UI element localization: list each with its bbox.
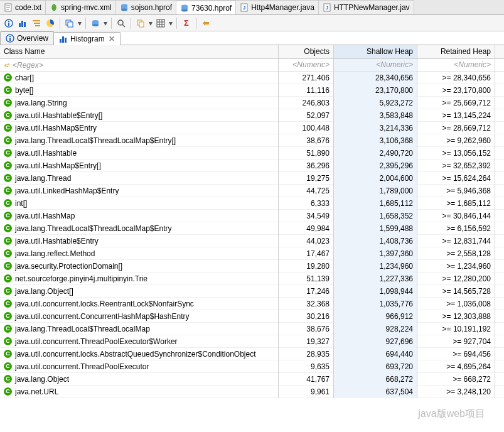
table-row[interactable]: Cjava.lang.String246,8035,923,272>= 25,6…	[0, 97, 504, 109]
table-row[interactable]: Cjava.util.concurrent.ThreadPoolExecutor…	[0, 360, 504, 373]
tab-label: Histogram	[70, 35, 105, 43]
cell-shallow: 2,004,600	[334, 172, 417, 185]
cell-objects: 36,296	[279, 159, 334, 172]
chevron-down-icon[interactable]: ▾	[148, 19, 153, 28]
table-row[interactable]: Cjava.lang.Thread19,2752,004,600>= 15,62…	[0, 172, 504, 185]
table-row[interactable]: Cjava.lang.Object41,767668,272>= 668,272	[0, 373, 504, 386]
db-icon[interactable]	[89, 17, 102, 30]
cell-objects: 52,097	[279, 109, 334, 122]
search-icon[interactable]	[115, 17, 127, 30]
cell-objects: 49,984	[279, 222, 334, 235]
nav-icon[interactable]	[200, 17, 212, 30]
cell-shallow: 1,397,360	[334, 247, 417, 260]
cell-retained: >= 14,565,728	[417, 285, 495, 298]
table-row[interactable]: Cjava.lang.ThreadLocal$ThreadLocalMap38,…	[0, 323, 504, 335]
cell-shallow: 1,227,336	[334, 273, 417, 285]
editor-tab[interactable]: JHttp4Manager.java	[236, 0, 319, 14]
svg-rect-32	[139, 22, 144, 27]
column-shallow[interactable]: Shallow Heap	[334, 45, 417, 58]
table-row[interactable]: Cjava.lang.reflect.Method17,4671,397,360…	[0, 247, 504, 260]
cell-class-name: Cjava.util.Hashtable	[0, 147, 279, 159]
cell-retained: >= 1,234,960	[417, 260, 495, 273]
cell-class-name: Cjava.security.ProtectionDomain[]	[0, 260, 279, 273]
inner-tab-overview[interactable]: Overview	[0, 31, 54, 45]
table-row[interactable]: Cjava.util.HashMap34,5491,658,352>= 30,8…	[0, 210, 504, 222]
table-row[interactable]: Cjava.util.LinkedHashMap$Entry44,7251,78…	[0, 185, 504, 197]
info-icon[interactable]	[3, 17, 15, 30]
class-name-text: int[]	[15, 199, 27, 208]
table-row[interactable]: Cjava.util.concurrent.ThreadPoolExecutor…	[0, 335, 504, 348]
regex-placeholder: <Regex>	[13, 61, 43, 70]
cell-objects: 34,549	[279, 210, 334, 222]
class-name-text: java.util.concurrent.locks.ReentrantLock…	[15, 300, 194, 308]
column-class-name[interactable]: Class Name	[0, 45, 279, 58]
class-icon: C	[4, 375, 12, 383]
cell-shallow: 3,214,336	[334, 122, 417, 134]
table-row[interactable]: Cint[]6,3331,685,112>= 1,685,112	[0, 197, 504, 210]
cell-shallow: 928,224	[334, 323, 417, 335]
table-row[interactable]: Cnet.sourceforge.pinyin4j.multipinyin.Tr…	[0, 273, 504, 285]
column-objects[interactable]: Objects	[279, 45, 334, 58]
copy-icon[interactable]	[134, 17, 147, 30]
table-row[interactable]: Cjava.util.concurrent.locks.ReentrantLoc…	[0, 298, 504, 310]
editor-tab[interactable]: sojson.hprof	[116, 0, 176, 14]
table-row[interactable]: Cjava.util.Hashtable51,8902,490,720>= 13…	[0, 147, 504, 159]
filter-row[interactable]: ➪ <Regex> <Numeric> <Numeric> <Numeric>	[0, 59, 504, 72]
editor-tab[interactable]: code.txt	[0, 0, 46, 14]
class-icon: C	[4, 300, 12, 308]
editor-tab[interactable]: 73630.hprof	[176, 0, 236, 14]
table-row[interactable]: Cjava.util.concurrent.ConcurrentHashMap$…	[0, 310, 504, 323]
chevron-down-icon[interactable]: ▾	[103, 19, 108, 28]
numeric-filter[interactable]: <Numeric>	[279, 59, 334, 71]
class-icon: C	[4, 161, 12, 170]
table-row[interactable]: Cjava.util.Hashtable$Entry[]52,0973,583,…	[0, 109, 504, 122]
numeric-filter[interactable]: <Numeric>	[417, 59, 495, 71]
table-row[interactable]: Cjava.lang.ThreadLocal$ThreadLocalMap$En…	[0, 222, 504, 235]
inner-tab-histogram[interactable]: Histogram✕	[53, 32, 121, 45]
cell-objects: 51,890	[279, 147, 334, 159]
table-row[interactable]: Cjava.net.URL9,961637,504>= 3,248,120	[0, 386, 504, 398]
numeric-filter[interactable]: <Numeric>	[334, 59, 417, 71]
table-row[interactable]: Cjava.util.HashMap$Entry[]36,2962,395,29…	[0, 159, 504, 172]
table-row[interactable]: Cbyte[]11,11623,170,800>= 23,170,800	[0, 84, 504, 97]
regex-filter[interactable]: ➪ <Regex>	[0, 59, 279, 71]
class-icon: C	[4, 212, 12, 220]
class-name-text: java.lang.String	[15, 99, 67, 107]
cell-objects: 19,280	[279, 260, 334, 273]
table-row[interactable]: Cjava.util.concurrent.locks.AbstractQueu…	[0, 348, 504, 360]
pie-icon[interactable]	[44, 17, 56, 30]
class-name-text: java.util.concurrent.ThreadPoolExecutor	[15, 362, 149, 371]
editor-tab[interactable]: JHTTPNewManager.jav	[319, 0, 414, 14]
cell-class-name: Cjava.util.concurrent.ConcurrentHashMap$…	[0, 310, 279, 323]
tree-icon[interactable]	[30, 17, 43, 30]
cell-retained: >= 25,669,712	[417, 97, 495, 109]
cell-retained: >= 4,695,264	[417, 360, 495, 373]
cell-objects: 38,676	[279, 323, 334, 335]
svg-rect-41	[60, 39, 62, 43]
table-row[interactable]: Cjava.security.ProtectionDomain[]19,2801…	[0, 260, 504, 273]
close-icon[interactable]: ✕	[109, 35, 115, 43]
table-row[interactable]: Cjava.util.Hashtable$Entry44,0231,408,73…	[0, 235, 504, 247]
cell-class-name: Cjava.util.concurrent.locks.AbstractQueu…	[0, 348, 279, 360]
chevron-down-icon[interactable]: ▾	[168, 19, 173, 28]
grid-icon[interactable]	[154, 17, 167, 30]
column-retained[interactable]: Retained Heap	[417, 45, 495, 58]
table-row[interactable]: Cjava.lang.ThreadLocal$ThreadLocalMap$En…	[0, 134, 504, 147]
class-name-text: char[]	[15, 73, 34, 82]
class-name-text: java.util.Hashtable$Entry[]	[15, 111, 102, 120]
stack-icon[interactable]	[63, 17, 76, 30]
cell-objects: 19,327	[279, 335, 334, 348]
editor-tab[interactable]: spring-mvc.xml	[46, 0, 116, 14]
table-row[interactable]: Cjava.util.HashMap$Entry100,4483,214,336…	[0, 122, 504, 134]
cell-shallow: 5,923,272	[334, 97, 417, 109]
sigma-icon[interactable]: Σ	[180, 17, 193, 30]
toolbar: ▾ ▾ ▾ ▾ Σ	[0, 15, 504, 31]
cell-objects: 100,448	[279, 122, 334, 134]
table-row[interactable]: Cchar[]271,40628,340,656>= 28,340,656	[0, 72, 504, 84]
histogram-icon[interactable]	[16, 17, 29, 30]
class-name-text: java.util.HashMap$Entry[]	[15, 161, 101, 170]
chevron-down-icon[interactable]: ▾	[77, 19, 82, 28]
table-row[interactable]: Cjava.lang.Object[]17,2461,098,944>= 14,…	[0, 285, 504, 298]
cell-objects: 41,767	[279, 373, 334, 386]
cell-class-name: Cjava.util.concurrent.locks.ReentrantLoc…	[0, 298, 279, 310]
